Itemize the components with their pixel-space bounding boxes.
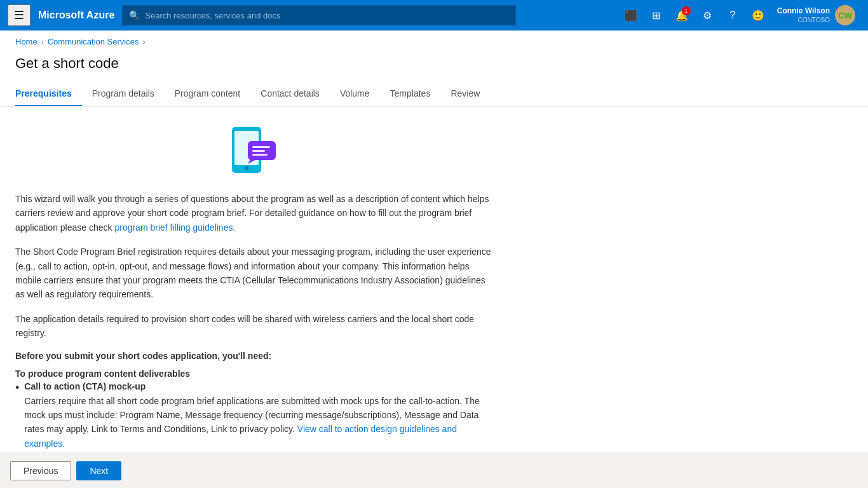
tab-contact-details[interactable]: Contact details (250, 82, 330, 106)
feedback-icon: 🙂 (752, 10, 764, 22)
settings-button[interactable]: ⚙ (696, 4, 719, 27)
directory-icon: ⊞ (652, 10, 660, 22)
section1-heading: To produce program content deliverables (15, 369, 493, 379)
bullet-content-1: Call to action (CTA) mock-up Carriers re… (24, 381, 493, 454)
breadcrumb-home[interactable]: Home (15, 37, 37, 46)
svg-rect-5 (252, 146, 270, 148)
bullet-heading-1: Call to action (CTA) mock-up (24, 381, 493, 391)
breadcrumb-separator-1: › (41, 37, 44, 46)
illustration (15, 122, 493, 179)
user-menu[interactable]: Connie Wilson CONTOSO CW (772, 3, 860, 28)
user-org: CONTOSO (777, 16, 830, 24)
avatar: CW (835, 5, 855, 25)
svg-rect-6 (252, 150, 265, 152)
user-name: Connie Wilson (777, 6, 830, 17)
hamburger-icon: ☰ (14, 9, 24, 22)
svg-point-2 (245, 166, 248, 170)
tab-program-details[interactable]: Program details (82, 82, 165, 106)
previous-button[interactable]: Previous (10, 461, 71, 480)
page-title-section: Get a short code (0, 53, 868, 82)
list-item: • Call to action (CTA) mock-up Carriers … (15, 381, 493, 454)
user-info: Connie Wilson CONTOSO (777, 6, 830, 25)
phone-illustration (226, 122, 283, 179)
intro-paragraph-2: The Short Code Program Brief registratio… (15, 245, 493, 302)
gear-icon: ⚙ (703, 10, 712, 22)
intro-paragraph-3: The application details required to prov… (15, 312, 493, 341)
tab-volume[interactable]: Volume (330, 82, 380, 106)
tabs-container: Prerequisites Program details Program co… (0, 82, 868, 107)
tab-review[interactable]: Review (440, 82, 490, 106)
search-icon: 🔍 (129, 10, 140, 20)
breadcrumb: Home › Communication Services › (0, 30, 868, 53)
help-icon: ? (729, 10, 735, 21)
svg-rect-7 (252, 154, 268, 156)
search-input[interactable] (145, 11, 509, 20)
main-content: Home › Communication Services › Get a sh… (0, 30, 868, 488)
tab-templates[interactable]: Templates (380, 82, 441, 106)
bullet-dot-1: • (15, 381, 19, 395)
before-heading: Before you submit your short codes appli… (15, 351, 493, 361)
help-button[interactable]: ? (721, 4, 744, 27)
tab-program-content[interactable]: Program content (165, 82, 251, 106)
cloud-shell-icon: ⬛ (625, 10, 637, 22)
program-brief-link[interactable]: program brief filling guidelines. (114, 222, 235, 233)
azure-logo: Microsoft Azure (38, 10, 114, 21)
content-area: This wizard will walk you through a seri… (0, 107, 508, 488)
notifications-button[interactable]: 🔔 1 (670, 4, 693, 27)
feedback-button[interactable]: 🙂 (747, 4, 770, 27)
notification-badge: 1 (682, 6, 691, 15)
nav-icons: ⬛ ⊞ 🔔 1 ⚙ ? 🙂 Connie Wilson CONTOSO CW (620, 3, 860, 28)
tab-prerequisites[interactable]: Prerequisites (15, 82, 82, 106)
page-title: Get a short code (15, 55, 853, 72)
breadcrumb-service[interactable]: Communication Services (48, 37, 139, 46)
directory-button[interactable]: ⊞ (645, 4, 668, 27)
search-bar[interactable]: 🔍 (122, 5, 516, 25)
cloud-shell-button[interactable]: ⬛ (620, 4, 642, 27)
next-button[interactable]: Next (76, 461, 121, 480)
top-navigation: ☰ Microsoft Azure 🔍 ⬛ ⊞ 🔔 1 ⚙ ? 🙂 Connie… (0, 0, 868, 30)
bullet-body-1: Carriers require that all short code pro… (24, 394, 493, 451)
bottom-bar: Previous Next (0, 452, 868, 488)
breadcrumb-separator-2: › (142, 37, 145, 46)
hamburger-menu-button[interactable]: ☰ (8, 4, 31, 26)
intro-paragraph-1: This wizard will walk you through a seri… (15, 192, 493, 234)
